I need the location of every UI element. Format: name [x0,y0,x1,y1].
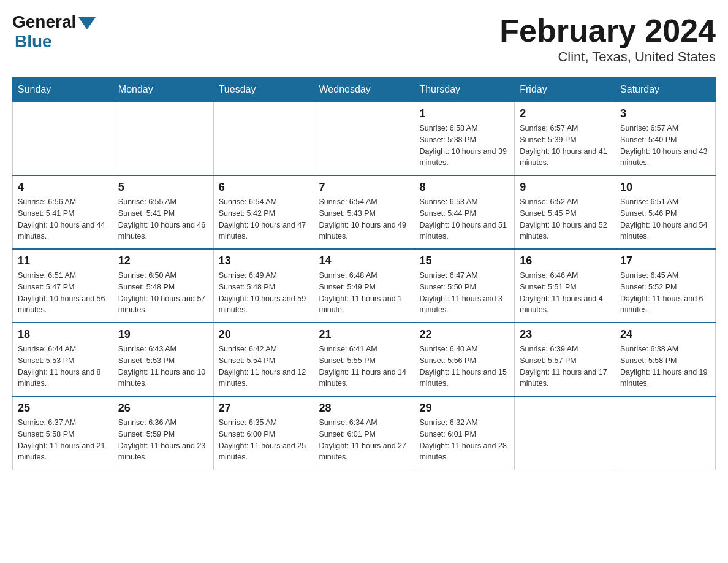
day-info: Sunrise: 6:37 AM Sunset: 5:58 PM Dayligh… [18,417,108,463]
calendar-week-row: 25Sunrise: 6:37 AM Sunset: 5:58 PM Dayli… [13,396,716,470]
day-number: 23 [520,328,610,341]
calendar-day-cell: 15Sunrise: 6:47 AM Sunset: 5:50 PM Dayli… [414,249,515,323]
day-number: 6 [219,181,309,194]
calendar-day-header: Thursday [414,78,515,102]
day-number: 26 [118,402,208,415]
day-number: 19 [118,328,208,341]
calendar-day-cell: 29Sunrise: 6:32 AM Sunset: 6:01 PM Dayli… [414,396,515,470]
logo-general-text: General [12,12,76,32]
calendar-day-cell [13,102,113,175]
calendar-day-header: Tuesday [213,78,314,102]
calendar-day-cell: 16Sunrise: 6:46 AM Sunset: 5:51 PM Dayli… [515,249,615,323]
day-info: Sunrise: 6:45 AM Sunset: 5:52 PM Dayligh… [620,270,710,316]
logo: General Blue [12,12,96,52]
day-number: 24 [620,328,710,341]
day-info: Sunrise: 6:43 AM Sunset: 5:53 PM Dayligh… [118,343,208,389]
day-number: 29 [419,402,509,415]
calendar-day-cell: 13Sunrise: 6:49 AM Sunset: 5:48 PM Dayli… [213,249,314,323]
day-info: Sunrise: 6:49 AM Sunset: 5:48 PM Dayligh… [219,270,309,316]
calendar-day-cell [314,102,414,175]
page-header: General Blue February 2024 Clint, Texas,… [12,12,716,65]
day-info: Sunrise: 6:36 AM Sunset: 5:59 PM Dayligh… [118,417,208,463]
day-info: Sunrise: 6:44 AM Sunset: 5:53 PM Dayligh… [18,343,108,389]
day-number: 2 [520,107,610,120]
day-number: 5 [118,181,208,194]
calendar-day-cell: 7Sunrise: 6:54 AM Sunset: 5:43 PM Daylig… [314,175,414,249]
day-info: Sunrise: 6:32 AM Sunset: 6:01 PM Dayligh… [419,417,509,463]
calendar-day-cell [615,396,716,470]
calendar-day-cell: 26Sunrise: 6:36 AM Sunset: 5:59 PM Dayli… [113,396,213,470]
day-info: Sunrise: 6:47 AM Sunset: 5:50 PM Dayligh… [419,270,509,316]
day-info: Sunrise: 6:48 AM Sunset: 5:49 PM Dayligh… [319,270,409,316]
day-info: Sunrise: 6:34 AM Sunset: 6:01 PM Dayligh… [319,417,409,463]
day-number: 8 [419,181,509,194]
calendar-day-cell [113,102,213,175]
day-info: Sunrise: 6:41 AM Sunset: 5:55 PM Dayligh… [319,343,409,389]
day-info: Sunrise: 6:56 AM Sunset: 5:41 PM Dayligh… [18,196,108,242]
day-number: 1 [419,107,509,120]
logo-blue-text: Blue [15,32,52,52]
title-section: February 2024 Clint, Texas, United State… [499,12,716,65]
day-info: Sunrise: 6:55 AM Sunset: 5:41 PM Dayligh… [118,196,208,242]
calendar-day-cell: 2Sunrise: 6:57 AM Sunset: 5:39 PM Daylig… [515,102,615,175]
calendar-day-cell: 9Sunrise: 6:52 AM Sunset: 5:45 PM Daylig… [515,175,615,249]
day-number: 7 [319,181,409,194]
calendar-day-header: Saturday [615,78,716,102]
day-info: Sunrise: 6:52 AM Sunset: 5:45 PM Dayligh… [520,196,610,242]
day-number: 10 [620,181,710,194]
day-info: Sunrise: 6:39 AM Sunset: 5:57 PM Dayligh… [520,343,610,389]
day-number: 27 [219,402,309,415]
day-number: 13 [219,255,309,267]
day-number: 17 [620,255,710,267]
calendar-day-cell: 1Sunrise: 6:58 AM Sunset: 5:38 PM Daylig… [414,102,515,175]
calendar-day-cell: 19Sunrise: 6:43 AM Sunset: 5:53 PM Dayli… [113,323,213,396]
calendar-day-cell: 23Sunrise: 6:39 AM Sunset: 5:57 PM Dayli… [515,323,615,396]
day-number: 22 [419,328,509,341]
calendar-day-cell: 11Sunrise: 6:51 AM Sunset: 5:47 PM Dayli… [13,249,113,323]
calendar-day-cell: 14Sunrise: 6:48 AM Sunset: 5:49 PM Dayli… [314,249,414,323]
day-number: 20 [219,328,309,341]
day-info: Sunrise: 6:51 AM Sunset: 5:47 PM Dayligh… [18,270,108,316]
calendar-day-cell: 22Sunrise: 6:40 AM Sunset: 5:56 PM Dayli… [414,323,515,396]
calendar-day-cell [213,102,314,175]
day-info: Sunrise: 6:54 AM Sunset: 5:43 PM Dayligh… [319,196,409,242]
calendar-day-cell: 24Sunrise: 6:38 AM Sunset: 5:58 PM Dayli… [615,323,716,396]
day-info: Sunrise: 6:46 AM Sunset: 5:51 PM Dayligh… [520,270,610,316]
calendar-day-cell: 20Sunrise: 6:42 AM Sunset: 5:54 PM Dayli… [213,323,314,396]
calendar-day-cell: 4Sunrise: 6:56 AM Sunset: 5:41 PM Daylig… [13,175,113,249]
day-number: 15 [419,255,509,267]
day-number: 3 [620,107,710,120]
calendar-week-row: 11Sunrise: 6:51 AM Sunset: 5:47 PM Dayli… [13,249,716,323]
day-number: 14 [319,255,409,267]
calendar-day-header: Friday [515,78,615,102]
month-title: February 2024 [499,12,716,49]
calendar-day-cell: 8Sunrise: 6:53 AM Sunset: 5:44 PM Daylig… [414,175,515,249]
calendar-day-cell: 21Sunrise: 6:41 AM Sunset: 5:55 PM Dayli… [314,323,414,396]
calendar-day-cell: 17Sunrise: 6:45 AM Sunset: 5:52 PM Dayli… [615,249,716,323]
calendar-day-cell: 28Sunrise: 6:34 AM Sunset: 6:01 PM Dayli… [314,396,414,470]
calendar-day-header: Sunday [13,78,113,102]
day-number: 9 [520,181,610,194]
calendar-day-cell: 3Sunrise: 6:57 AM Sunset: 5:40 PM Daylig… [615,102,716,175]
day-info: Sunrise: 6:54 AM Sunset: 5:42 PM Dayligh… [219,196,309,242]
day-info: Sunrise: 6:57 AM Sunset: 5:40 PM Dayligh… [620,123,710,169]
day-info: Sunrise: 6:40 AM Sunset: 5:56 PM Dayligh… [419,343,509,389]
day-info: Sunrise: 6:57 AM Sunset: 5:39 PM Dayligh… [520,123,610,169]
day-info: Sunrise: 6:50 AM Sunset: 5:48 PM Dayligh… [118,270,208,316]
calendar-day-cell: 10Sunrise: 6:51 AM Sunset: 5:46 PM Dayli… [615,175,716,249]
calendar-week-row: 4Sunrise: 6:56 AM Sunset: 5:41 PM Daylig… [13,175,716,249]
day-info: Sunrise: 6:42 AM Sunset: 5:54 PM Dayligh… [219,343,309,389]
calendar-day-cell: 18Sunrise: 6:44 AM Sunset: 5:53 PM Dayli… [13,323,113,396]
calendar-day-cell: 6Sunrise: 6:54 AM Sunset: 5:42 PM Daylig… [213,175,314,249]
calendar-week-row: 18Sunrise: 6:44 AM Sunset: 5:53 PM Dayli… [13,323,716,396]
day-info: Sunrise: 6:38 AM Sunset: 5:58 PM Dayligh… [620,343,710,389]
logo-arrow-icon [78,17,96,29]
day-info: Sunrise: 6:35 AM Sunset: 6:00 PM Dayligh… [219,417,309,463]
calendar-day-header: Wednesday [314,78,414,102]
day-number: 12 [118,255,208,267]
calendar-day-cell [515,396,615,470]
calendar-day-header: Monday [113,78,213,102]
day-number: 18 [18,328,108,341]
day-number: 21 [319,328,409,341]
calendar-day-cell: 27Sunrise: 6:35 AM Sunset: 6:00 PM Dayli… [213,396,314,470]
